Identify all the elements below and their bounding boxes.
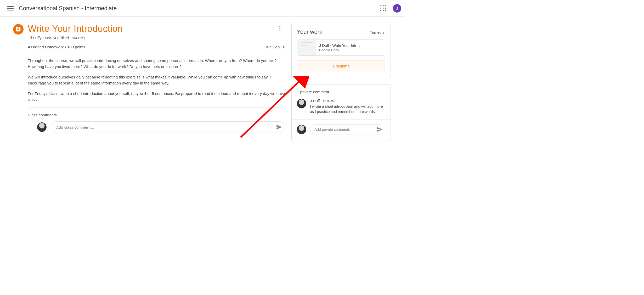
class-comment-input-wrapper[interactable] <box>51 121 285 133</box>
private-comments-heading: 1 private comment <box>297 90 385 94</box>
menu-icon[interactable] <box>4 2 17 15</box>
submission-status: Turned in <box>370 30 385 35</box>
assignment-byline: Jill Duffy • Mar 24 (Edited 1:04 PM) <box>28 36 285 40</box>
attachment-type: Google Docs <box>319 48 360 52</box>
description-paragraph: For Friday's class, write a short introd… <box>28 91 285 103</box>
commenter-avatar <box>297 99 306 108</box>
topbar: Conversational Spanish - Intermediate J <box>0 0 405 17</box>
comment-text: I wrote a short introduction and will ad… <box>310 104 385 114</box>
content: Write Your Introduction Jill Duffy • Mar… <box>0 17 405 147</box>
class-comments-heading: Class comments <box>28 113 285 117</box>
send-icon[interactable] <box>377 126 383 133</box>
your-work-heading: Your work <box>297 29 322 35</box>
your-work-card: Your work Turned in J Duff - Write Your … <box>291 23 391 78</box>
account-avatar[interactable]: J <box>393 4 401 13</box>
private-comments-card: 1 private comment J Duff 1:10 PM I wrote… <box>291 84 391 141</box>
class-comment-input[interactable] <box>56 125 276 129</box>
user-avatar <box>37 122 47 132</box>
class-title[interactable]: Conversational Spanish - Intermediate <box>19 5 117 12</box>
user-avatar <box>297 125 306 134</box>
assignment-description: Throughout the course, we will practice … <box>28 58 285 103</box>
unsubmit-button[interactable]: Unsubmit <box>297 60 385 71</box>
assignment-due: Due Sep 10 <box>264 45 285 49</box>
apps-icon[interactable] <box>378 3 389 14</box>
description-paragraph: Throughout the course, we will practice … <box>28 58 285 70</box>
document-icon <box>297 40 316 55</box>
divider <box>28 52 285 52</box>
divider <box>292 120 391 120</box>
commenter-name: J Duff <box>310 99 320 103</box>
assignment-meta: Assigned Homework • 100 points <box>28 45 85 49</box>
attachment-item[interactable]: J Duff - Write Your Intr… Google Docs <box>297 39 385 56</box>
private-comment-item: J Duff 1:10 PM I wrote a short introduct… <box>297 99 385 114</box>
private-comment-input[interactable] <box>314 127 377 132</box>
divider <box>28 107 285 107</box>
description-paragraph: We will introduce ourselves daily becaus… <box>28 74 285 86</box>
send-icon[interactable] <box>276 124 282 130</box>
main-column: Write Your Introduction Jill Duffy • Mar… <box>13 23 285 133</box>
private-comment-input-wrapper[interactable] <box>310 124 385 134</box>
assignment-icon <box>13 24 24 35</box>
side-column: Your work Turned in J Duff - Write Your … <box>291 23 391 141</box>
attachment-title: J Duff - Write Your Intr… <box>319 43 360 48</box>
assignment-title: Write Your Introduction <box>28 23 123 34</box>
comment-time: 1:10 PM <box>323 99 335 103</box>
more-options-icon[interactable] <box>275 23 285 33</box>
